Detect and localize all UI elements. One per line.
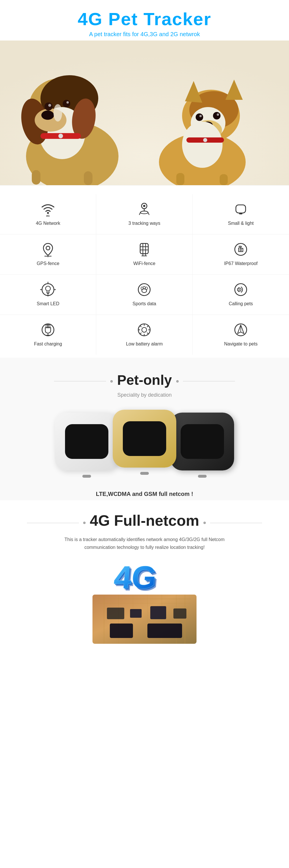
svg-point-76	[145, 287, 147, 290]
svg-rect-39	[176, 173, 184, 185]
svg-rect-109	[173, 609, 186, 619]
lte-text: LTE,WCDMA and GSM full netcom !	[0, 482, 289, 500]
feature-navigate-label: Navigate to pets	[224, 341, 258, 347]
svg-rect-48	[236, 205, 246, 213]
calling-icon	[232, 281, 249, 298]
chip-4g-svg: 4G 4G 4G 4G	[89, 566, 200, 647]
svg-rect-17	[64, 172, 74, 185]
svg-text:4G: 4G	[46, 214, 50, 217]
fullnetcom-dot-left	[83, 522, 85, 524]
hero-dogs	[0, 40, 289, 185]
feature-low-battery: Low battery alarm	[96, 315, 192, 355]
svg-rect-36	[188, 174, 196, 185]
wifi4g-icon: 4G	[40, 201, 56, 217]
feature-small-light-label: Small & light	[228, 221, 254, 226]
fullnetcom-section: 4G Full-netcom This is a tracker automat…	[0, 500, 289, 661]
svg-point-40	[47, 212, 49, 214]
pet-only-subtitle: Speciality by dedication	[6, 392, 283, 398]
svg-rect-19	[84, 171, 93, 185]
section-divider-top: Pet-only	[6, 372, 283, 390]
hero-section	[0, 40, 289, 185]
svg-point-11	[63, 100, 70, 107]
svg-point-12	[67, 101, 69, 103]
device-icon	[232, 201, 249, 217]
svg-rect-37	[202, 175, 211, 185]
svg-point-35	[203, 138, 207, 142]
svg-rect-79	[46, 324, 48, 328]
svg-line-47	[148, 212, 149, 214]
svg-line-92	[140, 333, 141, 334]
feature-small-light: Small & light	[193, 194, 289, 235]
svg-point-74	[141, 287, 143, 290]
svg-line-89	[140, 326, 141, 327]
feature-waterproof: IP67 Waterproof	[193, 235, 289, 275]
svg-line-90	[147, 333, 148, 334]
feature-smart-led-label: Smart LED	[37, 301, 59, 306]
svg-point-50	[46, 246, 50, 250]
feature-4g-network-label: 4G Network	[36, 221, 60, 226]
feature-smart-led: Smart LED	[0, 275, 96, 315]
feature-sports-data-label: Sports data	[133, 301, 156, 306]
divider-dot-right	[176, 380, 179, 382]
wififence-icon	[136, 241, 152, 257]
feature-navigate: Navigate to pets	[193, 315, 289, 355]
feature-tracking-ways-label: 3 tracking ways	[128, 221, 160, 226]
page-header: 4G Pet Tracker A pet tracker fits for 4G…	[0, 0, 289, 40]
svg-rect-16	[46, 171, 57, 185]
svg-point-8	[41, 111, 54, 120]
tracker-screen-white	[65, 424, 108, 459]
svg-point-29	[196, 114, 203, 121]
feature-calling-pets-label: Calling pets	[229, 301, 253, 306]
svg-rect-106	[107, 608, 124, 619]
svg-point-30	[200, 115, 202, 117]
divider-dot-left	[110, 380, 113, 382]
svg-text:4G: 4G	[112, 566, 158, 595]
svg-line-46	[140, 212, 141, 214]
tracker-white	[55, 412, 118, 470]
svg-point-13	[53, 104, 62, 122]
lte-text-label: LTE,WCDMA and GSM full netcom !	[96, 491, 193, 497]
svg-point-15	[59, 134, 63, 138]
svg-point-65	[46, 286, 50, 291]
svg-point-84	[142, 328, 147, 333]
hero-image	[0, 40, 289, 185]
pet-only-section: Pet-only Speciality by dedication	[0, 358, 289, 482]
divider-line-right	[183, 381, 235, 381]
tracker-button-white	[82, 475, 91, 478]
svg-point-9	[44, 102, 52, 111]
feature-wifi-fence: WiFi-fence	[96, 235, 192, 275]
features-section: 4G 4G Network 3 tracking ways	[0, 185, 289, 358]
svg-point-72	[138, 283, 150, 296]
svg-rect-53	[140, 243, 148, 253]
navigate-icon	[232, 322, 249, 338]
svg-point-43	[143, 205, 145, 207]
svg-point-33	[182, 122, 222, 168]
svg-line-91	[147, 326, 148, 327]
page-title: 4G Pet Tracker	[6, 9, 283, 29]
fullnetcom-description: This is a tracker automatically identifi…	[58, 535, 231, 551]
feature-4g-network: 4G 4G Network	[0, 194, 96, 235]
trackers-row	[6, 407, 283, 473]
feature-tracking-ways: 3 tracking ways	[96, 194, 192, 235]
feature-gps-fence-label: GPS-fence	[37, 261, 59, 266]
charging-icon	[40, 322, 56, 338]
svg-rect-110	[110, 623, 133, 638]
svg-point-10	[48, 104, 51, 107]
svg-point-45	[140, 211, 148, 214]
fullnetcom-divider: 4G Full-netcom	[6, 512, 283, 534]
feature-low-battery-label: Low battery alarm	[126, 341, 163, 347]
chip-4g-illustration: 4G 4G 4G 4G	[6, 560, 283, 655]
feature-gps-fence: GPS-fence	[0, 235, 96, 275]
feature-waterproof-label: IP67 Waterproof	[224, 261, 257, 266]
svg-rect-108	[150, 606, 166, 619]
tracker-button-black	[198, 475, 207, 478]
page-subtitle: A pet tracker fits for 4G,3G and 2G netw…	[6, 31, 283, 38]
gps-icon	[40, 241, 56, 257]
svg-rect-18	[32, 170, 40, 185]
svg-point-31	[213, 112, 220, 120]
fullnetcom-dot-right	[204, 522, 206, 524]
svg-point-63	[240, 249, 242, 251]
tracker-gold	[113, 410, 176, 468]
svg-rect-49	[239, 213, 243, 214]
svg-rect-107	[130, 609, 142, 618]
